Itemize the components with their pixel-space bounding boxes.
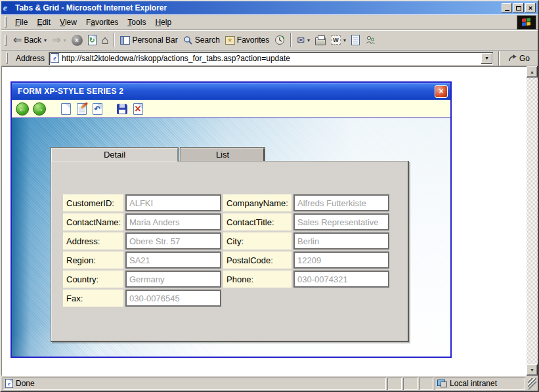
field-input-customerid[interactable] <box>125 194 221 211</box>
discuss-button[interactable] <box>349 32 362 49</box>
window-title: Tabs & Grid - Microsoft Internet Explore… <box>15 3 500 12</box>
status-panel-empty <box>419 378 433 390</box>
menu-favorites[interactable]: Favorites <box>81 16 123 29</box>
page-area: FORM XP-STYLE SERIES 2 × ← → ↶ × <box>1 66 527 376</box>
menu-file[interactable]: File <box>11 16 32 29</box>
address-dropdown-button[interactable]: ▾ <box>481 53 492 64</box>
favorites-label: Favorites <box>237 35 269 45</box>
back-dropdown-icon[interactable]: ▾ <box>44 37 47 43</box>
close-button[interactable]: × <box>525 3 536 12</box>
form-close-button[interactable]: × <box>435 85 448 98</box>
edit-with-word-icon: W <box>331 35 341 45</box>
status-panel-empty <box>403 378 418 390</box>
form-toolbar: ← → ↶ × <box>12 100 450 118</box>
menu-view[interactable]: View <box>55 16 81 29</box>
field-label-phone: Phone: <box>223 271 291 288</box>
field-label-customerid: CustomerID: <box>63 194 123 211</box>
menu-tools[interactable]: Tools <box>123 16 150 29</box>
home-button[interactable]: ⌂ <box>99 32 112 49</box>
address-separator <box>498 51 500 66</box>
favorites-button[interactable]: ★ Favorites <box>223 32 272 49</box>
mail-button[interactable]: ✉ ▾ <box>294 32 313 49</box>
messenger-button[interactable] <box>362 32 378 49</box>
field-label-companyname: CompanyName: <box>223 194 291 211</box>
next-record-button[interactable]: → <box>32 101 47 117</box>
field-label-fax: Fax: <box>63 290 123 307</box>
address-input[interactable] <box>62 54 479 63</box>
save-record-button[interactable] <box>114 101 130 117</box>
field-input-region[interactable] <box>125 251 221 269</box>
field-input-companyname[interactable] <box>293 194 389 211</box>
edit-dropdown-icon[interactable]: ▾ <box>343 37 346 43</box>
tab-strip: Detail List <box>51 147 410 162</box>
field-label-region: Region: <box>63 251 123 269</box>
undo-button[interactable]: ↶ <box>89 101 105 117</box>
menu-help[interactable]: Help <box>150 16 176 29</box>
favorites-star-icon: ★ <box>225 36 235 45</box>
history-button[interactable] <box>272 32 288 49</box>
field-input-contacttitle[interactable] <box>293 213 389 230</box>
forward-dropdown-icon[interactable]: ▾ <box>64 37 66 43</box>
refresh-button[interactable]: ↻ <box>85 32 99 49</box>
addressbar-grip[interactable] <box>6 53 8 64</box>
discuss-icon <box>351 35 360 45</box>
go-label: Go <box>519 54 530 63</box>
search-button[interactable]: Search <box>181 32 223 49</box>
status-panel: e Done <box>3 378 386 390</box>
status-panel-empty <box>387 378 402 390</box>
back-arrow-icon: ⇐ <box>13 35 22 45</box>
page-favicon-icon: e <box>51 53 59 63</box>
scroll-up-button[interactable]: ▲ <box>527 66 538 77</box>
toolbar-grip[interactable] <box>5 35 7 46</box>
maximize-button[interactable] <box>513 3 524 12</box>
back-label: Back <box>24 35 41 45</box>
previous-record-button[interactable]: ← <box>14 101 30 117</box>
field-input-contactname[interactable] <box>125 213 221 230</box>
tab-detail[interactable]: Detail <box>51 147 179 162</box>
tab-list[interactable]: List <box>180 147 265 162</box>
form-titlebar: FORM XP-STYLE SERIES 2 × <box>12 83 450 100</box>
field-input-city[interactable] <box>293 232 389 250</box>
browser-window: e Tabs & Grid - Microsoft Internet Explo… <box>0 0 539 392</box>
edit-with-word-button[interactable]: W ▾ <box>328 32 349 49</box>
status-page-icon: e <box>5 379 13 388</box>
field-input-phone[interactable] <box>293 271 389 288</box>
address-label: Address <box>14 54 46 63</box>
go-arrow-icon <box>508 54 517 62</box>
new-document-icon <box>61 103 71 115</box>
security-zone-text: Local intranet <box>450 379 497 388</box>
menu-edit[interactable]: Edit <box>32 16 55 29</box>
status-text: Done <box>16 379 35 388</box>
menubar-grip[interactable] <box>5 16 7 28</box>
delete-record-button[interactable]: × <box>130 101 146 117</box>
form-body: Detail List CustomerID:CompanyName:Conta… <box>12 118 450 357</box>
field-input-country[interactable] <box>125 271 221 288</box>
new-record-button[interactable] <box>58 101 74 117</box>
stop-icon: × <box>72 35 83 46</box>
back-button[interactable]: ⇐ Back ▾ <box>11 32 49 49</box>
forward-button[interactable]: ⇒ ▾ <box>49 32 68 49</box>
form-window: FORM XP-STYLE SERIES 2 × ← → ↶ × <box>11 81 452 358</box>
go-button[interactable]: Go <box>505 51 535 66</box>
field-input-postalcode[interactable] <box>293 251 389 269</box>
personal-bar-button[interactable]: Personal Bar <box>118 32 180 49</box>
scroll-down-button[interactable]: ▼ <box>527 364 538 376</box>
vertical-scrollbar[interactable]: ▲ ▼ <box>527 66 538 376</box>
resize-grip[interactable] <box>528 378 536 389</box>
window-titlebar: e Tabs & Grid - Microsoft Internet Explo… <box>1 1 538 14</box>
minimize-button[interactable] <box>502 3 512 12</box>
refresh-icon: ↻ <box>88 35 97 45</box>
mail-dropdown-icon[interactable]: ▾ <box>307 37 310 43</box>
toolbar-separator <box>290 33 291 47</box>
stop-button[interactable]: × <box>69 32 85 49</box>
print-button[interactable] <box>313 32 328 49</box>
messenger-icon <box>365 35 376 45</box>
field-input-address[interactable] <box>125 232 221 250</box>
edit-record-button[interactable] <box>74 101 89 117</box>
edit-document-icon <box>77 103 87 115</box>
personal-bar-icon <box>120 36 130 45</box>
field-label-postalcode: PostalCode: <box>223 251 291 269</box>
field-input-fax[interactable] <box>125 290 221 307</box>
forward-arrow-icon: ⇒ <box>52 35 60 45</box>
toolbar-separator <box>114 33 115 47</box>
